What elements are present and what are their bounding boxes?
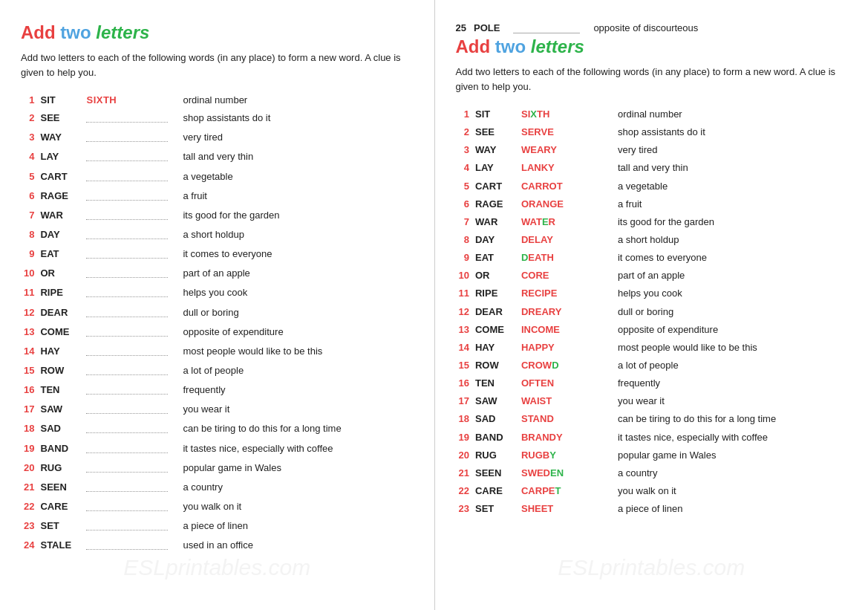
- top-row: 25 POLE opposite of discourteous: [456, 22, 848, 33]
- item-word: RIPE: [37, 284, 83, 303]
- item-answer: DREARY: [518, 303, 615, 321]
- item-number: 17: [456, 392, 472, 410]
- item-number: 22: [456, 482, 472, 500]
- item-word: RIPE: [472, 285, 518, 302]
- list-item: 17 SAW WAIST you wear it: [456, 392, 848, 410]
- item-answer: SERVE: [518, 123, 615, 141]
- list-item: 3 WAY WEARY very tired: [456, 141, 848, 159]
- answer-blank: [86, 111, 168, 123]
- item-word: RAGE: [472, 195, 518, 213]
- list-item: 3 WAY very tired: [21, 129, 414, 148]
- item-word: LAY: [472, 159, 518, 177]
- item-answer: [83, 265, 180, 284]
- top-word: POLE: [474, 22, 500, 33]
- title-two: two: [56, 22, 97, 42]
- answer-text: CARPET: [521, 485, 561, 496]
- item-number: 24: [21, 536, 37, 556]
- answer-blank: [86, 421, 168, 433]
- top-blank: [513, 22, 580, 33]
- item-clue: a lot of people: [615, 357, 847, 374]
- answer-part: R: [549, 216, 555, 227]
- item-word: OR: [472, 267, 518, 285]
- item-clue: it tastes nice, especially with coffee: [180, 440, 413, 459]
- item-clue: it comes to everyone: [615, 249, 847, 267]
- item-answer: WATER: [518, 213, 615, 231]
- item-clue: shop assistants do it: [180, 109, 413, 129]
- answer-blank: [86, 402, 168, 414]
- item-number: 18: [21, 420, 37, 439]
- item-clue: a short holdup: [180, 226, 413, 245]
- answer-text: SHEET: [521, 503, 553, 514]
- item-clue: very tired: [615, 141, 847, 159]
- answer-part: EATH: [528, 252, 553, 263]
- list-item: 8 DAY a short holdup: [21, 226, 414, 245]
- list-item: 23 SET SHEET a piece of linen: [456, 500, 848, 518]
- item-word: WAR: [37, 207, 83, 226]
- item-number: 18: [456, 410, 472, 428]
- item-number: 20: [21, 459, 37, 478]
- item-number: 12: [456, 303, 472, 321]
- answer-blank: [86, 247, 168, 259]
- item-clue: a vegetable: [615, 178, 847, 195]
- answer-part: CORE: [521, 270, 549, 281]
- list-item: 1 SIT SIXTH ordinal number: [21, 91, 414, 109]
- item-answer: [83, 362, 180, 381]
- item-word: COME: [472, 321, 518, 339]
- item-number: 7: [456, 213, 472, 231]
- answer-text: BRANDY: [521, 432, 563, 443]
- list-item: 12 DEAR dull or boring: [21, 304, 414, 323]
- list-item: 20 RUG popular game in Wales: [21, 459, 414, 478]
- item-number: 21: [456, 464, 472, 482]
- answer-part: STAND: [521, 413, 554, 424]
- item-clue: it comes to everyone: [180, 245, 413, 265]
- right-title-letters: letters: [531, 36, 584, 56]
- item-number: 20: [456, 447, 472, 464]
- item-number: 4: [456, 159, 472, 177]
- list-item: 12 DEAR DREARY dull or boring: [456, 303, 848, 321]
- item-word: WAY: [472, 141, 518, 159]
- item-answer: WAIST: [518, 392, 615, 410]
- item-answer: [83, 129, 180, 148]
- answer-part: INCOME: [521, 324, 560, 335]
- item-number: 7: [21, 207, 37, 226]
- item-clue: a fruit: [615, 195, 847, 213]
- item-answer: [83, 536, 180, 556]
- answer-part: WAT: [521, 216, 542, 227]
- item-clue: popular game in Wales: [180, 459, 413, 478]
- answer-blank: [86, 499, 168, 511]
- answer-part: DREARY: [521, 306, 561, 317]
- item-clue: frequently: [615, 374, 847, 392]
- item-answer: [83, 323, 180, 343]
- item-number: 5: [456, 178, 472, 195]
- item-word: RAGE: [37, 187, 83, 207]
- item-word: CART: [37, 168, 83, 187]
- item-clue: a country: [180, 478, 413, 498]
- item-number: 1: [456, 106, 472, 123]
- item-answer: CARPET: [518, 482, 615, 500]
- item-clue: ordinal number: [180, 91, 413, 109]
- answer-part: HAPPY: [521, 342, 555, 353]
- item-clue: part of an apple: [615, 267, 847, 285]
- item-clue: a fruit: [180, 187, 413, 207]
- list-item: 4 LAY tall and very thin: [21, 148, 414, 167]
- right-title-two: two: [490, 36, 531, 56]
- answer-part: DELAY: [521, 234, 553, 245]
- item-word: EAT: [472, 249, 518, 267]
- list-item: 15 ROW CROWD a lot of people: [456, 357, 848, 374]
- item-answer: OFTEN: [518, 374, 615, 392]
- item-word: SET: [472, 500, 518, 518]
- answer-part: CROW: [521, 360, 552, 371]
- item-word: HAY: [37, 343, 83, 362]
- item-word: BAND: [472, 429, 518, 447]
- answer-part: RUGB: [521, 450, 549, 461]
- item-clue: a short holdup: [615, 231, 847, 249]
- item-answer: INCOME: [518, 321, 615, 339]
- list-item: 13 COME INCOME opposite of expenditure: [456, 321, 848, 339]
- item-number: 15: [21, 362, 37, 381]
- item-clue: you walk on it: [180, 498, 413, 517]
- watermark-right: ESLprintables.com: [558, 555, 745, 580]
- item-answer: RECIPE: [518, 285, 615, 302]
- item-answer: HAPPY: [518, 339, 615, 357]
- item-number: 12: [21, 304, 37, 323]
- item-number: 22: [21, 498, 37, 517]
